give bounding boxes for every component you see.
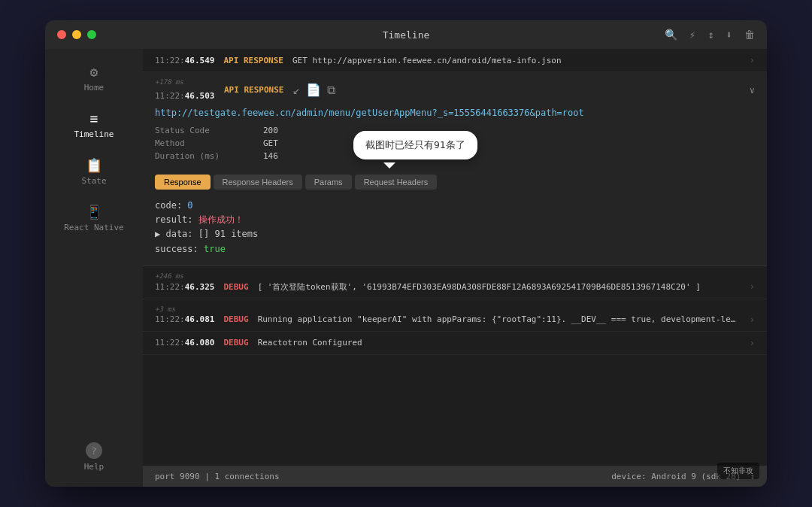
title-bar: Timeline 🔍 ⚡ ↕ ⬇ 🗑 xyxy=(45,20,767,49)
tab-response-headers[interactable]: Response Headers xyxy=(214,175,302,190)
maximize-button[interactable] xyxy=(87,30,96,39)
sidebar-item-timeline[interactable]: ≡ Timeline xyxy=(45,102,143,148)
tab-response[interactable]: Response xyxy=(155,175,211,190)
close-button[interactable] xyxy=(57,30,66,39)
tab-params[interactable]: Params xyxy=(305,175,352,190)
download-icon[interactable]: ⬇ xyxy=(726,29,732,41)
app-window: Timeline 🔍 ⚡ ↕ ⬇ 🗑 ⚙ Home ≡ Timeline xyxy=(45,20,767,487)
timeline-item-1[interactable]: 11:22:46.549 API RESPONSE GET http://app… xyxy=(143,49,767,72)
entry4-delta: +3 ms xyxy=(155,305,755,313)
timeline-item-2: +178 ms 11:22:46.503 API RESPONSE ↙ 📄 ⧉ … xyxy=(143,72,767,266)
method-value: GET xyxy=(263,138,278,148)
tooltip-bubble: 截图时已经只有91条了 xyxy=(353,131,477,159)
timeline-item-5[interactable]: 11:22:46.080 DEBUG Reactotron Configured… xyxy=(143,332,767,355)
entry2-time: 11:22:46.503 xyxy=(155,91,215,101)
entry2-collapse-icon[interactable]: ∨ xyxy=(750,85,755,96)
entry3-expand-icon: › xyxy=(750,281,755,292)
action-copy-icon[interactable]: 📄 xyxy=(306,83,321,97)
minimize-button[interactable] xyxy=(72,30,81,39)
entry2-delta: +178 ms xyxy=(155,78,215,86)
search-icon[interactable]: 🔍 xyxy=(665,29,677,41)
window-controls xyxy=(57,30,96,39)
timeline-icon: ≡ xyxy=(90,111,98,126)
status-code-label: Status Code xyxy=(155,126,245,135)
main-area: ⚙ Home ≡ Timeline 📋 State 📱 React Native xyxy=(45,49,767,487)
method-label: Method xyxy=(155,138,245,148)
entry4-content: Running application "keeperAI" with appP… xyxy=(258,314,741,324)
duration-label: Duration (ms) xyxy=(155,151,245,161)
entry1-expand-icon: › xyxy=(750,55,755,65)
sidebar-item-home[interactable]: ⚙ Home xyxy=(45,55,143,102)
sidebar-item-help[interactable]: ? Help xyxy=(45,433,143,481)
home-icon: ⚙ xyxy=(90,64,98,80)
entry1-content: GET http://appversion.feewee.cn/android/… xyxy=(292,56,741,65)
delete-icon[interactable]: 🗑 xyxy=(744,29,755,41)
status-connections: port 9090 | 1 connections xyxy=(155,472,280,481)
window-title: Timeline xyxy=(383,29,430,41)
status-bar: port 9090 | 1 connections device: Androi… xyxy=(143,466,767,487)
entry4-time: 11:22:46.081 xyxy=(155,314,215,324)
entry1-tag: API RESPONSE xyxy=(224,56,283,65)
entry3-delta: +246 ms xyxy=(155,272,755,280)
entry2-url: http://testgate.feewee.cn/admin/menu/get… xyxy=(143,108,767,124)
entry5-content: Reactotron Configured xyxy=(258,338,741,348)
tab-request-headers[interactable]: Request Headers xyxy=(355,175,438,190)
watermark: 不知非攻 xyxy=(717,463,759,479)
entry2-header: +178 ms 11:22:46.503 API RESPONSE ↙ 📄 ⧉ … xyxy=(143,72,767,108)
timeline-list: 11:22:46.549 API RESPONSE GET http://app… xyxy=(143,49,767,466)
react-native-icon: 📱 xyxy=(86,204,102,220)
entry5-tag: DEBUG xyxy=(224,338,249,348)
entry4-tag: DEBUG xyxy=(224,314,249,324)
timeline-item-3[interactable]: +246 ms 11:22:46.325 DEBUG [ '首次登陆token获… xyxy=(143,266,767,299)
entry5-time: 11:22:46.080 xyxy=(155,338,215,348)
entry4-expand-icon: › xyxy=(750,314,755,325)
entry2-tag: API RESPONSE xyxy=(224,85,283,95)
entry5-expand-icon: › xyxy=(750,338,755,348)
action-back-icon[interactable]: ↙ xyxy=(292,83,300,97)
response-tabs: Response Response Headers Params Request… xyxy=(143,168,767,196)
filter-icon[interactable]: ⚡ xyxy=(689,29,695,41)
action-duplicate-icon[interactable]: ⧉ xyxy=(327,83,335,97)
entry1-time: 11:22:46.549 xyxy=(155,56,215,65)
entry3-tag: DEBUG xyxy=(224,282,249,292)
timeline-item-4[interactable]: +3 ms 11:22:46.081 DEBUG Running applica… xyxy=(143,299,767,332)
state-icon: 📋 xyxy=(86,157,102,173)
help-icon: ? xyxy=(86,442,102,459)
title-actions: 🔍 ⚡ ↕ ⬇ 🗑 xyxy=(665,29,755,41)
duration-value: 146 xyxy=(263,151,278,161)
entry3-time: 11:22:46.325 xyxy=(155,282,215,292)
entry3-content: [ '首次登陆token获取', '61993B74EFD303EA98DA30… xyxy=(258,281,741,293)
tooltip-text: 截图时已经只有91条了 xyxy=(365,139,465,150)
status-code-value: 200 xyxy=(263,126,278,135)
sort-icon[interactable]: ↕ xyxy=(707,29,714,41)
content-area: 11:22:46.549 API RESPONSE GET http://app… xyxy=(143,49,767,487)
sidebar-item-react-native[interactable]: 📱 React Native xyxy=(45,195,143,241)
sidebar-item-state[interactable]: 📋 State xyxy=(45,148,143,195)
entry2-actions: ↙ 📄 ⧉ xyxy=(292,83,335,97)
response-body: code: 0 result: 操作成功！ ▶ data: [] 91 item… xyxy=(143,196,767,266)
sidebar: ⚙ Home ≡ Timeline 📋 State 📱 React Native xyxy=(45,49,143,487)
